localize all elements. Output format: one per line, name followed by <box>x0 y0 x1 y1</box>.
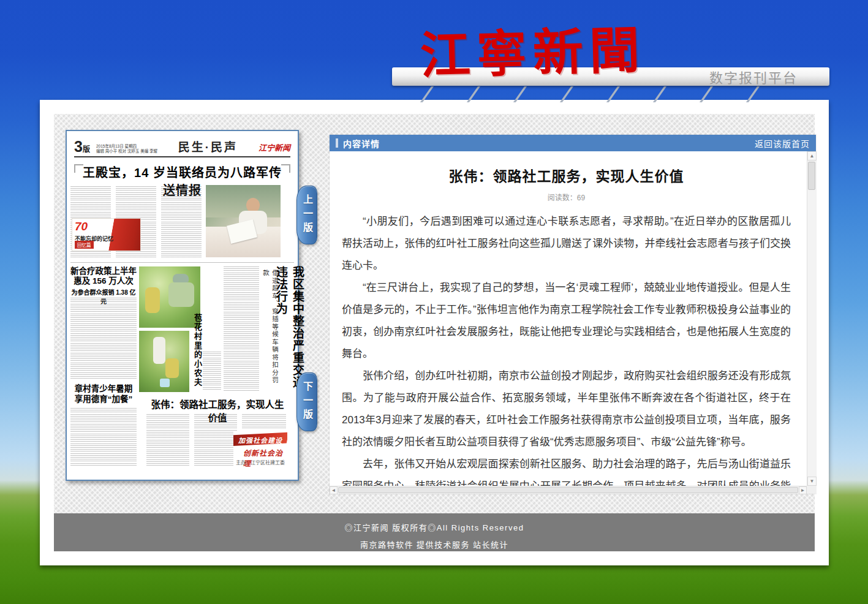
panel-body: 张伟：领路社工服务，实现人生价值 阅读数：69 “小朋友们，今后遇到困难可以通过… <box>330 151 816 494</box>
decor-diagonal-slashes <box>426 86 754 102</box>
digital-newspaper-page: 江寧新聞 数字报刊平台 3版 2015年8月13日 星期四 <box>0 0 868 604</box>
section-title: 民生·民声 <box>157 138 259 156</box>
site-logo-calligraphy: 江寧新聞 <box>420 19 647 86</box>
article-paragraph: 去年，张伟又开始从宏观层面探索创新社区服务、助力社会治理的路子，先后与汤山街道益… <box>342 453 791 486</box>
social-governance-banner: 加强社会建设 创新社会治理 主办：江宁区社建工委 <box>233 431 287 467</box>
decor-slash <box>653 86 666 102</box>
vertical-scrollbar[interactable]: ▲ ▼ <box>807 151 816 486</box>
vertical-scroll-thumb[interactable] <box>808 162 815 190</box>
read-count-value: 69 <box>577 194 585 202</box>
content-area: 3版 2015年8月13日 星期四 编辑 周小平 校对 沈婷玉 美编 李耀 民生… <box>54 114 815 551</box>
main-container: 3版 2015年8月13日 星期四 编辑 周小平 校对 沈婷玉 美编 李耀 民生… <box>40 100 829 565</box>
platform-title-label: 数字报刊平台 <box>709 67 798 86</box>
headline-policy: 新合疗政策上半年 惠及 156 万人次 <box>70 266 137 286</box>
decor-slash <box>606 86 620 102</box>
headline-youth: 章村青少年暑期 享用德育“加餐” <box>70 383 137 404</box>
scroll-left-icon[interactable]: ◄ <box>330 486 338 494</box>
newsprint-text-column <box>70 298 137 380</box>
newsprint-caption-block <box>203 352 221 390</box>
photo-garden-man-child <box>139 331 189 392</box>
newspaper-page-thumbnail[interactable]: 3版 2015年8月13日 星期四 编辑 周小平 校对 沈婷玉 美编 李耀 民生… <box>66 130 299 481</box>
newspaper-masthead: 3版 2015年8月13日 星期四 编辑 周小平 校对 沈婷玉 美编 李耀 民生… <box>74 137 290 156</box>
photo-detail <box>173 274 189 282</box>
photo-detail <box>165 358 179 378</box>
photo-garden-woman-child <box>139 266 200 328</box>
decor-slash <box>700 86 713 102</box>
newspaper-content: 3版 2015年8月13日 星期四 编辑 周小平 校对 沈婷玉 美编 李耀 民生… <box>70 136 294 475</box>
newsprint-text-column <box>70 408 137 467</box>
newsprint-text-column <box>224 266 259 392</box>
horizontal-scroll-thumb[interactable] <box>338 487 798 493</box>
article-detail-panel: 内容详情 返回该版首页 张伟：领路社工服务，实现人生价值 阅读数：69 “小朋友… <box>330 135 816 494</box>
copyright-line: ◎江宁新闻 版权所有◎All Rights Reserved <box>54 521 815 533</box>
panel-title: 内容详情 <box>343 137 380 149</box>
masthead-dateline: 2015年8月13日 星期四 编辑 周小平 校对 沈婷玉 美编 李耀 <box>96 144 157 156</box>
photo-detail <box>145 287 160 313</box>
newsprint-text-column <box>146 414 189 467</box>
decor-slash <box>467 86 480 102</box>
article-title: 张伟：领路社工服务，实现人生价值 <box>342 165 791 186</box>
article-content: 张伟：领路社工服务，实现人生价值 阅读数：69 “小朋友们，今后遇到困难可以通过… <box>330 151 807 486</box>
read-count: 阅读数：69 <box>342 192 791 202</box>
back-to-page-link[interactable]: 返回该版首页 <box>755 137 810 149</box>
next-page-button[interactable]: 下一版 <box>296 372 317 431</box>
masthead-logo: 江宁新闻 <box>259 142 290 156</box>
prev-page-button[interactable]: 上一版 <box>296 186 317 244</box>
scrollbar-corner <box>807 486 816 494</box>
photo-detail <box>153 337 165 364</box>
article-paragraph: “在三尺讲台上，我实现了自己的梦想，当一名‘灵魂工程师’，兢兢业业地传道授业。但… <box>342 277 791 365</box>
newsprint-text-column <box>161 186 202 259</box>
decor-slash <box>513 86 527 102</box>
newsprint-text-column <box>242 414 286 430</box>
decor-slash <box>420 86 434 102</box>
article-paragraph: 张伟介绍，创办红叶社初期，南京市公益创投才刚起步，政府购买社会组织服务还没有形成… <box>342 365 791 453</box>
header-accent-bar-icon <box>336 138 338 148</box>
photo-detail <box>168 282 194 307</box>
scroll-right-icon[interactable]: ► <box>799 486 807 494</box>
horizontal-scrollbar[interactable]: ◄ ► <box>330 486 807 494</box>
page-number-label: 3版 <box>74 138 90 156</box>
scroll-up-icon[interactable]: ▲ <box>807 151 817 160</box>
panel-header: 内容详情 返回该版首页 <box>330 135 816 151</box>
scroll-down-icon[interactable]: ▼ <box>807 477 817 486</box>
article-paragraph: “小朋友们，今后遇到困难可以通过连心卡联系志愿者，寻求帮助。”在近日举办的区散居… <box>342 211 791 277</box>
tech-service-line: 南京路特软件 提供技术服务 站长统计 <box>54 538 815 550</box>
decor-slash <box>560 86 573 102</box>
site-footer: ◎江宁新闻 版权所有◎All Rights Reserved 南京路特软件 提供… <box>54 513 815 551</box>
caption-vertical: 苞花村里的小农夫 <box>192 314 203 390</box>
newsprint-text-column <box>194 414 237 467</box>
photo-elderly-man <box>206 185 281 257</box>
headline-main: 王殿宝，14 岁当联络员为八路军传送情报 <box>77 163 288 183</box>
photo-detail <box>160 379 170 387</box>
section-divider <box>70 262 294 263</box>
masthead-rule <box>74 156 290 157</box>
memory-70-graphic: 70 不能忘却的记忆 回忆篇 <box>72 218 141 251</box>
